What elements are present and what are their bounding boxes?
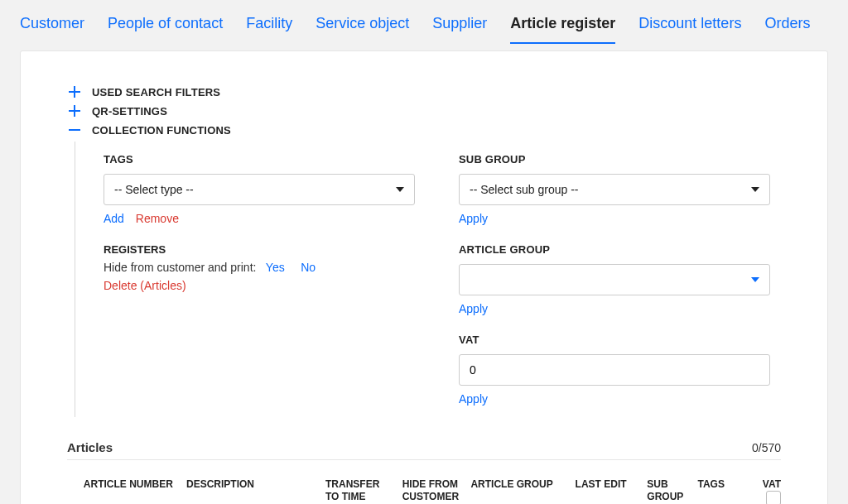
tab-discount-letters[interactable]: Discount letters	[638, 15, 741, 42]
articles-header: Articles 0/570	[67, 440, 781, 460]
col-vat: VAT	[750, 478, 781, 504]
collection-functions-label: COLLECTION FUNCTIONS	[92, 124, 231, 137]
chevron-down-icon	[396, 187, 404, 192]
sub-group-select-value: -- Select sub group --	[470, 183, 579, 196]
tags-remove-link[interactable]: Remove	[136, 212, 179, 225]
sub-group-label: SUB GROUP	[459, 153, 781, 166]
plus-icon	[67, 103, 82, 118]
vat-input[interactable]	[459, 354, 770, 386]
registers-label: REGISTERS	[104, 243, 426, 256]
main-tabs: Customer People of contact Facility Serv…	[0, 0, 848, 44]
registers-hide-text: Hide from customer and print:	[104, 261, 256, 274]
tags-select-value: -- Select type --	[114, 183, 194, 196]
col-description: DESCRIPTION	[186, 478, 319, 491]
chevron-down-icon	[751, 187, 759, 192]
col-last-edit: LAST EDIT	[576, 478, 641, 491]
tab-orders[interactable]: Orders	[764, 15, 810, 42]
col-vat-label: VAT	[763, 478, 781, 490]
registers-hide-no[interactable]: No	[301, 261, 316, 274]
col-hide: HIDE FROM CUSTOMER AND PRINT	[402, 478, 465, 504]
tab-facility[interactable]: Facility	[246, 15, 292, 42]
tab-article-register[interactable]: Article register	[510, 15, 615, 44]
used-search-filters-label: USED SEARCH FILTERS	[92, 86, 220, 98]
qr-settings-label: QR-SETTINGS	[92, 105, 167, 118]
registers-hide-yes[interactable]: Yes	[266, 261, 285, 274]
registers-delete-articles[interactable]: Delete (Articles)	[104, 279, 186, 292]
collection-right-col: SUB GROUP -- Select sub group -- Apply A…	[459, 153, 781, 406]
article-group-label: ARTICLE GROUP	[459, 243, 781, 256]
tags-label: TAGS	[104, 153, 426, 166]
tab-supplier[interactable]: Supplier	[432, 15, 487, 42]
used-search-filters-toggle[interactable]: USED SEARCH FILTERS	[67, 84, 781, 99]
minus-icon	[67, 122, 82, 137]
sub-group-select[interactable]: -- Select sub group --	[459, 174, 770, 205]
col-article-group: ARTICLE GROUP	[470, 478, 568, 491]
plus-icon	[67, 84, 82, 99]
col-sub-group: SUB GROUP	[647, 478, 691, 503]
sub-group-apply[interactable]: Apply	[459, 212, 488, 225]
vat-apply[interactable]: Apply	[459, 392, 488, 406]
registers-hide-row: Hide from customer and print: Yes No	[104, 261, 426, 274]
collection-functions-body: TAGS -- Select type -- Add Remove REGIST…	[75, 142, 781, 417]
tab-people-of-contact[interactable]: People of contact	[108, 15, 223, 42]
col-article-number: ARTICLE NUMBER	[84, 478, 180, 491]
chevron-down-icon	[751, 277, 759, 282]
vat-select-all-checkbox[interactable]	[766, 491, 781, 504]
tab-customer[interactable]: Customer	[20, 15, 84, 42]
articles-title: Articles	[67, 440, 113, 454]
vat-label: VAT	[459, 334, 781, 346]
content-card: USED SEARCH FILTERS QR-SETTINGS COLLECTI…	[20, 50, 828, 504]
article-group-select[interactable]	[459, 264, 770, 295]
qr-settings-toggle[interactable]: QR-SETTINGS	[67, 103, 781, 118]
collection-functions-toggle[interactable]: COLLECTION FUNCTIONS	[67, 122, 781, 137]
col-tags: TAGS	[697, 478, 743, 491]
articles-count: 0/570	[752, 441, 781, 454]
collection-left-col: TAGS -- Select type -- Add Remove REGIST…	[104, 153, 426, 406]
col-transfer: TRANSFER TO TIME REPORT	[325, 478, 396, 504]
article-group-apply[interactable]: Apply	[459, 302, 488, 315]
tags-add-link[interactable]: Add	[104, 212, 124, 225]
articles-table-header: ARTICLE NUMBER DESCRIPTION TRANSFER TO T…	[67, 460, 781, 504]
tab-service-object[interactable]: Service object	[316, 15, 409, 42]
tags-select[interactable]: -- Select type --	[104, 174, 415, 205]
